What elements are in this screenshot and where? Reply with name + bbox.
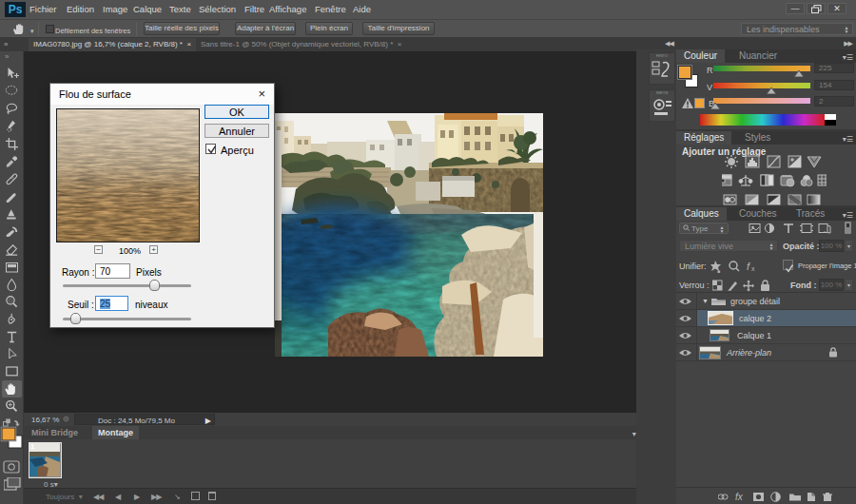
svg-text:■: ■ bbox=[717, 268, 720, 274]
svg-text:fx: fx bbox=[735, 492, 744, 502]
svg-text:f: f bbox=[747, 261, 750, 272]
svg-text:x: x bbox=[751, 265, 755, 272]
